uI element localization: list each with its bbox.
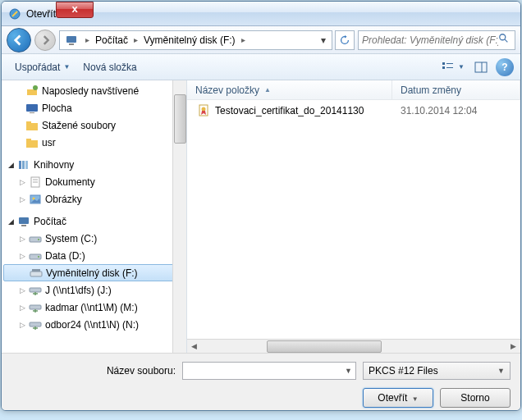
- filename-input[interactable]: [186, 365, 345, 377]
- search-box[interactable]: [358, 30, 515, 50]
- search-icon[interactable]: [498, 33, 511, 47]
- tree-pictures[interactable]: ▷ Obrázky: [2, 190, 186, 208]
- tree-libraries[interactable]: ◢ Knihovny: [2, 156, 186, 173]
- app-icon: [8, 7, 21, 21]
- tree-drive-f[interactable]: Vyměnitelný disk (F:): [3, 264, 185, 281]
- open-dialog: Otevřít x ▸ Počítač ▸ Vyměnitelný disk (…: [1, 1, 521, 411]
- svg-rect-28: [21, 225, 26, 226]
- titlebar: Otevřít x: [2, 2, 520, 26]
- preview-pane-button[interactable]: [468, 58, 494, 76]
- tree-label: Vyměnitelný disk (F:): [46, 267, 138, 279]
- column-name[interactable]: Název položky ▲: [187, 80, 392, 99]
- nav-tree[interactable]: Naposledy navštívené Plocha Stažené soub…: [2, 80, 187, 353]
- svg-rect-19: [19, 161, 21, 169]
- chevron-down-icon[interactable]: ▼: [497, 367, 505, 375]
- breadcrumb-dropdown[interactable]: ▾: [315, 34, 330, 46]
- folder-icon: [25, 136, 39, 149]
- tree-usr[interactable]: usr: [2, 134, 186, 151]
- tree-drive-d[interactable]: ▷ Data (D:): [2, 247, 186, 264]
- chevron-down-icon[interactable]: ▼: [345, 367, 352, 375]
- file-hscrollbar[interactable]: ◀ ▶: [187, 339, 520, 353]
- chevron-down-icon: ▼: [63, 63, 70, 71]
- breadcrumb-drive[interactable]: Vyměnitelný disk (F:): [140, 31, 239, 49]
- breadcrumb-root[interactable]: [62, 31, 83, 49]
- open-button[interactable]: Otevřít ▼: [363, 388, 433, 408]
- tree-recent[interactable]: Naposledy navštívené: [2, 82, 186, 99]
- tree-label: Naposledy navštívené: [42, 85, 139, 97]
- expand-arrow-icon[interactable]: ▷: [16, 195, 28, 203]
- svg-rect-16: [26, 121, 31, 124]
- expand-arrow-icon[interactable]: ◢: [5, 161, 16, 169]
- tree-label: Knihovny: [34, 159, 74, 171]
- tree-desktop[interactable]: Plocha: [2, 99, 186, 116]
- svg-point-30: [38, 239, 39, 240]
- new-folder-label: Nová složka: [83, 62, 136, 73]
- svg-rect-11: [27, 89, 37, 95]
- tree-net-j[interactable]: ▷ J (\\nt1\dfs) (J:): [2, 281, 186, 299]
- tree-label: Počítač: [34, 216, 66, 227]
- column-date[interactable]: Datum změny: [392, 80, 520, 99]
- tree-drive-c[interactable]: ▷ System (C:): [2, 230, 186, 247]
- network-drive-icon: [28, 284, 43, 297]
- desktop-icon: [25, 102, 39, 115]
- expand-arrow-icon[interactable]: ▷: [16, 286, 28, 294]
- svg-rect-15: [26, 123, 38, 130]
- file-rows[interactable]: Testovaci_certifikat_do_20141130 31.10.2…: [187, 100, 520, 339]
- filetype-combo[interactable]: PKCS #12 Files ▼: [363, 362, 511, 380]
- svg-rect-35: [30, 288, 41, 292]
- window-title: Otevřít: [26, 8, 56, 20]
- column-label: Název položky: [195, 84, 259, 96]
- expand-arrow-icon[interactable]: ◢: [5, 217, 16, 226]
- new-folder-button[interactable]: Nová složka: [76, 58, 143, 76]
- refresh-button[interactable]: [335, 30, 355, 50]
- file-row[interactable]: Testovaci_certifikat_do_20141130 31.10.2…: [189, 102, 519, 120]
- breadcrumb-computer[interactable]: Počítač: [92, 31, 131, 49]
- close-button[interactable]: x: [56, 2, 94, 18]
- tree-label: Obrázky: [45, 194, 82, 205]
- file-list: Název položky ▲ Datum změny Testovaci_ce…: [187, 80, 520, 353]
- filename-combo[interactable]: ▼: [182, 362, 356, 380]
- chevron-right-icon[interactable]: ▸: [239, 35, 248, 44]
- pictures-icon: [28, 193, 43, 206]
- tree-net-n[interactable]: ▷ odbor24 (\\nt1\N) (N:): [2, 316, 186, 333]
- expand-arrow-icon[interactable]: ▷: [16, 178, 28, 186]
- search-input[interactable]: [362, 34, 498, 46]
- tree-label: odbor24 (\\nt1\N) (N:): [45, 319, 139, 331]
- tree-documents[interactable]: ▷ Dokumenty: [2, 173, 186, 190]
- tree-label: Plocha: [42, 103, 72, 114]
- chevron-right-icon[interactable]: ▸: [83, 35, 92, 44]
- breadcrumb[interactable]: ▸ Počítač ▸ Vyměnitelný disk (F:) ▸ ▾: [59, 30, 332, 50]
- svg-point-32: [38, 256, 39, 258]
- scroll-right-icon[interactable]: ▶: [506, 340, 520, 353]
- chevron-right-icon[interactable]: ▸: [131, 35, 140, 44]
- view-mode-button[interactable]: ▼: [440, 58, 466, 76]
- svg-rect-5: [442, 62, 445, 65]
- help-button[interactable]: ?: [496, 58, 514, 76]
- file-name: Testovaci_certifikat_do_20141130: [215, 105, 364, 116]
- expand-arrow-icon[interactable]: ▷: [16, 321, 28, 329]
- tree-label: Data (D:): [45, 250, 85, 262]
- expand-arrow-icon[interactable]: ▷: [16, 235, 28, 243]
- filetype-label: PKCS #12 Files: [369, 365, 438, 377]
- svg-point-12: [33, 85, 38, 90]
- libraries-icon: [16, 158, 31, 171]
- tree-computer[interactable]: ◢ Počítač: [2, 212, 186, 230]
- scroll-left-icon[interactable]: ◀: [187, 340, 201, 353]
- expand-arrow-icon[interactable]: ▷: [16, 252, 28, 260]
- organize-button[interactable]: Uspořádat ▼: [8, 58, 76, 76]
- svg-rect-36: [30, 305, 41, 309]
- svg-rect-18: [26, 139, 31, 141]
- tree-label: Dokumenty: [45, 176, 95, 188]
- back-button[interactable]: [7, 28, 31, 52]
- scroll-thumb[interactable]: [267, 340, 382, 353]
- tree-net-m[interactable]: ▷ kadmar (\\nt1\M) (M:): [2, 299, 186, 316]
- expand-arrow-icon[interactable]: ▷: [16, 304, 28, 312]
- tree-label: kadmar (\\nt1\M) (M:): [45, 302, 138, 313]
- tree-downloads[interactable]: Stažené soubory: [2, 116, 186, 134]
- file-date: 31.10.2014 12:04: [401, 105, 477, 116]
- svg-rect-14: [30, 112, 34, 113]
- forward-button[interactable]: [34, 30, 56, 51]
- cancel-button[interactable]: Storno: [440, 388, 511, 408]
- svg-rect-33: [30, 272, 42, 276]
- tree-scrollbar[interactable]: [172, 80, 186, 353]
